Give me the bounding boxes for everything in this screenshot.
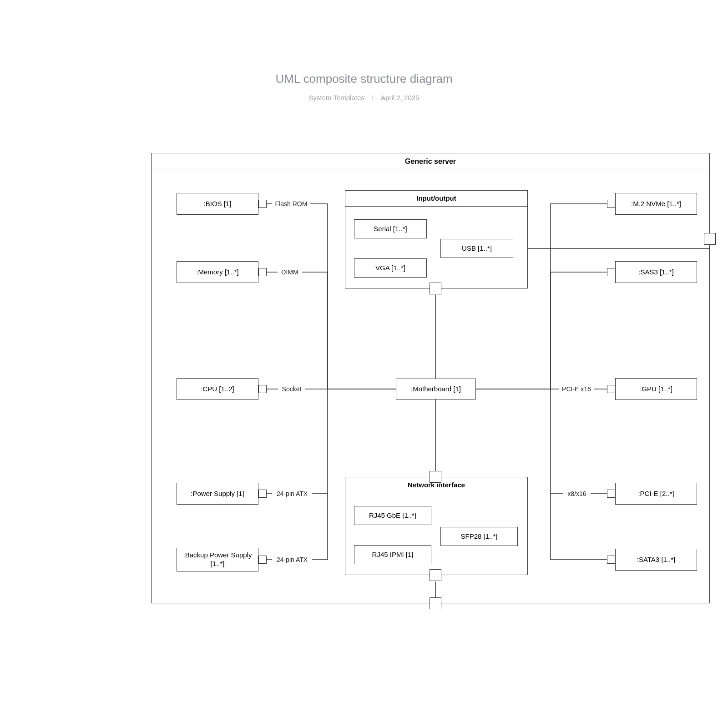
divider: |	[372, 94, 374, 101]
part-bios: :BIOS [1]	[177, 193, 258, 215]
part-vga: VGA [1..*]	[354, 258, 427, 278]
port-net-top	[430, 471, 441, 483]
port-net-bottom	[430, 569, 441, 581]
part-gpu: :GPU [1..*]	[615, 378, 697, 400]
diagram-canvas: UML composite structure diagram System T…	[0, 0, 728, 728]
part-serial: Serial [1..*]	[354, 219, 427, 238]
part-rj45-gbe: RJ45 GbE [1..*]	[354, 506, 431, 525]
part-usb: USB [1..*]	[440, 239, 513, 258]
port-m2	[607, 200, 615, 208]
date-label: April 2, 2025	[381, 94, 419, 101]
page-title: UML composite structure diagram	[275, 72, 452, 89]
part-motherboard: :Motherboard [1]	[396, 379, 476, 399]
port-frame-bottom	[430, 597, 441, 609]
part-memory: :Memory [1..*]	[177, 261, 258, 283]
port-psu	[258, 490, 267, 498]
port-gpu	[607, 385, 615, 393]
port-sata3	[607, 556, 615, 564]
page-subtitle: System Templates | April 2, 2025	[0, 94, 728, 101]
part-sfp28: SFP28 [1..*]	[440, 527, 518, 546]
author-label: System Templates	[309, 94, 364, 101]
title-underline	[237, 89, 491, 89]
part-m2-nvme: :M.2 NVMe [1..*]	[615, 193, 697, 215]
part-sas3: :SAS3 [1..*]	[615, 261, 697, 283]
frame-title: Generic server	[152, 153, 709, 170]
part-backup-psu: :Backup Power Supply [1..*]	[177, 548, 258, 571]
port-frame-right	[704, 233, 716, 245]
port-bios	[258, 200, 267, 208]
diagram-header: UML composite structure diagram System T…	[0, 72, 728, 101]
part-psu: :Power Supply [1]	[177, 483, 258, 505]
port-io-bottom	[430, 283, 441, 294]
part-rj45-ipmi: RJ45 IPMI [1]	[354, 545, 431, 564]
port-sas3	[607, 268, 615, 276]
port-backup-psu	[258, 556, 267, 564]
part-cpu: :CPU [1..2]	[177, 378, 258, 400]
port-pcie	[607, 490, 615, 498]
port-cpu	[258, 385, 267, 393]
group-io-title: Input/output	[345, 191, 527, 207]
port-memory	[258, 268, 267, 276]
part-pcie: :PCI-E [2..*]	[615, 483, 697, 505]
part-sata3: :SATA3 [1..*]	[615, 549, 697, 571]
